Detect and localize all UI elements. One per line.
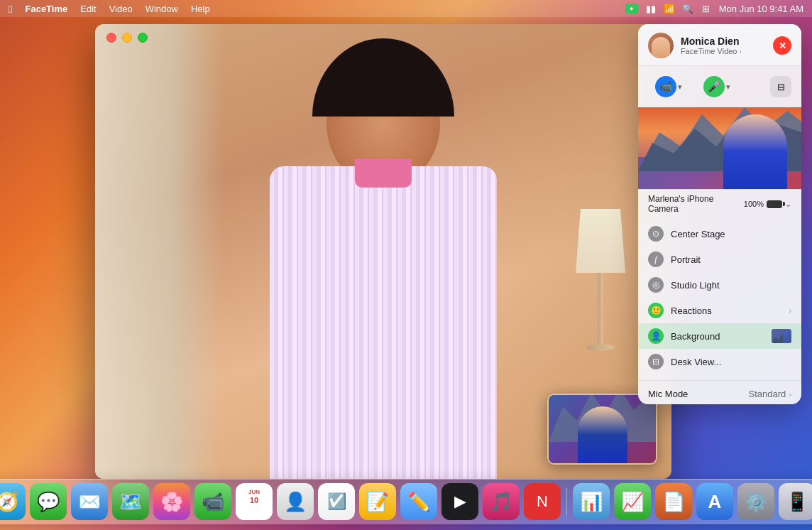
messages-icon: 💬 <box>37 491 60 513</box>
maps-icon: 🗺️ <box>119 491 142 513</box>
wifi-icon: 📶 <box>664 3 675 14</box>
facetime-icon: 📹 <box>202 491 224 513</box>
iphone-icon: 📱 <box>786 491 808 513</box>
close-button[interactable] <box>106 33 116 43</box>
dock-mail[interactable]: ✉️ <box>71 483 108 520</box>
menu-item-reactions[interactable]: 🙂 Reactions › <box>638 298 801 323</box>
menu-item-center-stage[interactable]: ⊙ Center Stage <box>638 221 801 247</box>
reminders-icon: ☑️ <box>327 492 346 511</box>
video-control[interactable]: 📹 ▾ <box>648 72 689 102</box>
dock-reminders[interactable]: ☑️ <box>318 483 355 520</box>
menubar-app-name[interactable]: FaceTime <box>25 4 67 14</box>
menu-item-studio-light[interactable]: ◎ Studio Light <box>638 272 801 298</box>
menu-item-portrait[interactable]: f Portrait <box>638 247 801 272</box>
dock-notes[interactable]: 📝 <box>359 483 396 520</box>
pages-icon: 📄 <box>662 491 685 513</box>
camera-label-row: Marlena's iPhone Camera 100% ⌄ <box>638 189 801 218</box>
dock-maps[interactable]: 🗺️ <box>112 483 149 520</box>
control-center-icon[interactable]: ⊞ <box>701 3 712 14</box>
reactions-label: Reactions <box>671 305 781 316</box>
mic-mode-row[interactable]: Mic Mode Standard › <box>638 384 801 404</box>
calendar-date: 10 <box>236 496 273 504</box>
panel-video-preview <box>638 107 801 189</box>
search-icon[interactable]: 🔍 <box>682 3 693 14</box>
subtitle-chevron: › <box>739 48 741 55</box>
dock-safari[interactable]: 🧭 <box>0 483 26 520</box>
studio-light-label: Studio Light <box>671 280 791 291</box>
menu-items: ⊙ Center Stage f Portrait ◎ Studio Light… <box>638 218 801 377</box>
dock-numbers[interactable]: 📈 <box>614 483 651 520</box>
preview-person-shape <box>723 114 787 189</box>
desk-view-label: Desk View... <box>671 357 791 367</box>
dock-keynote[interactable]: 📊 <box>573 483 610 520</box>
camera-name: Marlena's iPhone Camera <box>648 194 744 214</box>
menubar-video[interactable]: Video <box>109 4 133 14</box>
dock-news[interactable]: N <box>524 483 561 520</box>
menubar-window[interactable]: Window <box>146 4 178 14</box>
panel-header: Monica Dien FaceTime Video › ✕ <box>638 24 801 65</box>
self-view-bg <box>549 395 656 463</box>
room-lamp <box>572 209 629 351</box>
reactions-icon: 🙂 <box>648 303 664 318</box>
menu-item-desk-view[interactable]: ⊟ Desk View... <box>638 349 801 374</box>
facetime-video-label: FaceTime Video <box>681 47 737 55</box>
background-label: Background <box>671 331 764 342</box>
background-thumb-preview <box>772 329 791 343</box>
self-view-thumbnail[interactable] <box>547 394 657 465</box>
video-chevron: ▾ <box>678 82 682 92</box>
photos-icon: 🌸 <box>160 491 183 513</box>
lamp-foot <box>586 344 615 351</box>
studio-light-icon: ◎ <box>648 277 664 293</box>
calendar-month: JUN <box>236 489 273 495</box>
screen-share-icon: ⊟ <box>777 82 785 92</box>
dock-messages[interactable]: 💬 <box>30 483 67 520</box>
mic-mode-current: Standard <box>749 389 786 399</box>
reactions-chevron: › <box>789 306 791 315</box>
menubar-help[interactable]: Help <box>191 4 210 14</box>
appstore-icon: A <box>708 491 722 513</box>
avatar-person-shape <box>652 37 670 58</box>
apple-menu[interactable]:  <box>9 3 12 15</box>
screen-share-button[interactable]: ⊟ <box>770 76 791 97</box>
dock-appstore[interactable]: A <box>696 483 733 520</box>
self-view-person <box>578 406 627 463</box>
center-stage-label: Center Stage <box>671 229 791 239</box>
dock-separator <box>566 487 567 516</box>
lamp-base <box>598 273 603 351</box>
menubar-left:  FaceTime Edit Video Window Help <box>9 3 625 15</box>
record-icon: ● <box>625 4 638 13</box>
dock-freeform[interactable]: ✏️ <box>400 483 437 520</box>
dock-appletv[interactable]: ▶ <box>441 483 478 520</box>
dock-settings[interactable]: ⚙️ <box>737 483 774 520</box>
menu-item-background[interactable]: 👤 Background <box>638 323 801 349</box>
dock-pages[interactable]: 📄 <box>655 483 692 520</box>
battery-icon: ▮▮ <box>645 3 657 14</box>
close-panel-button[interactable]: ✕ <box>773 36 791 55</box>
dock-iphone-mirroring[interactable]: 📱 <box>779 483 812 520</box>
person-in-call <box>234 38 532 479</box>
portrait-icon: f <box>648 252 664 267</box>
contact-info: Monica Dien FaceTime Video › <box>681 36 766 55</box>
person-collar <box>355 159 412 188</box>
camera-expand-chevron[interactable]: ⌄ <box>785 200 791 209</box>
fullscreen-button[interactable] <box>138 33 148 43</box>
room-curtain <box>95 24 223 479</box>
mic-control[interactable]: 🎤 ▾ <box>696 72 737 102</box>
dock-contacts[interactable]: 👤 <box>277 483 314 520</box>
dock-calendar[interactable]: JUN 10 <box>236 483 273 520</box>
menubar-right: ● ▮▮ 📶 🔍 ⊞ Mon Jun 10 9:41 AM <box>625 3 803 14</box>
lamp-shade <box>576 209 625 273</box>
menubar-time: Mon Jun 10 9:41 AM <box>719 4 803 14</box>
menubar-edit[interactable]: Edit <box>80 4 96 14</box>
mic-mode-label: Mic Mode <box>648 389 688 399</box>
battery-bar <box>767 200 782 208</box>
desk-view-icon: ⊟ <box>648 354 664 369</box>
minimize-button[interactable] <box>122 33 132 43</box>
dock-music[interactable]: 🎵 <box>483 483 520 520</box>
portrait-label: Portrait <box>671 254 791 265</box>
safari-icon: 🧭 <box>0 491 18 513</box>
center-stage-icon: ⊙ <box>648 226 664 242</box>
dock-photos[interactable]: 🌸 <box>153 483 190 520</box>
dock-facetime[interactable]: 📹 <box>194 483 231 520</box>
video-icon: 📹 <box>655 76 676 97</box>
